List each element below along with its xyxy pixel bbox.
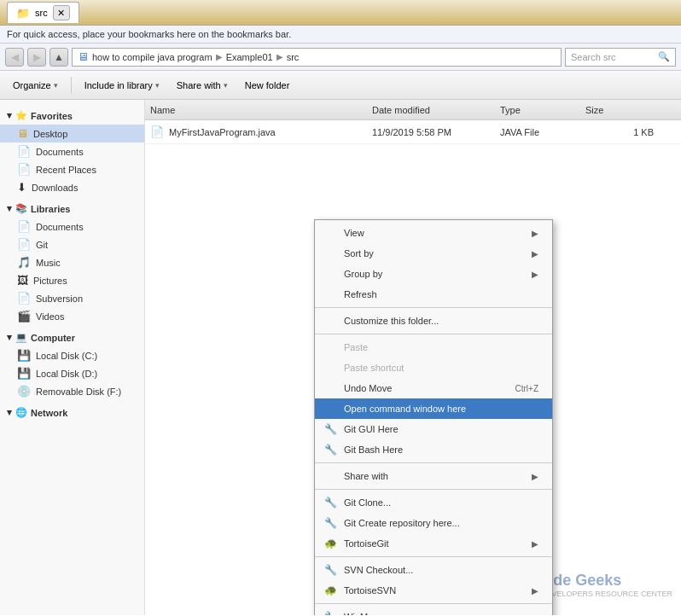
tortoise-svn-arrow: ▶ bbox=[532, 586, 538, 596]
organize-label: Organize bbox=[13, 80, 51, 90]
sidebar-item-git[interactable]: 📄 Git bbox=[0, 235, 144, 253]
ctx-item-svn-checkout[interactable]: 🔧SVN Checkout... bbox=[315, 560, 552, 580]
ctx-item-undo-move[interactable]: Undo Move Ctrl+Z bbox=[315, 378, 552, 398]
documents-icon: 📄 bbox=[17, 145, 31, 158]
file-name: MyFirstJavaProgram.java bbox=[169, 127, 276, 137]
subversion-icon: 📄 bbox=[17, 292, 31, 305]
git-icon: 📄 bbox=[17, 238, 31, 251]
ctx-item-paste: Paste bbox=[315, 337, 552, 357]
col-date-label: Date modified bbox=[372, 105, 430, 115]
ctx-item-open-cmd[interactable]: Open command window here bbox=[315, 398, 552, 419]
paste-icon bbox=[323, 340, 337, 354]
col-type-label: Type bbox=[500, 105, 521, 115]
libraries-icon: 📚 bbox=[15, 203, 27, 214]
tab-title: src bbox=[35, 8, 48, 18]
downloads-icon: ⬇ bbox=[17, 181, 26, 194]
address-path[interactable]: 🖥 how to compile java program ▶ Example0… bbox=[72, 48, 562, 67]
back-button[interactable]: ◀ bbox=[5, 48, 24, 67]
bookmarks-text: For quick access, place your bookmarks h… bbox=[7, 29, 291, 39]
share-with-button[interactable]: Share with ▾ bbox=[169, 74, 236, 96]
sidebar-item-desktop[interactable]: 🖥 Desktop bbox=[0, 125, 144, 142]
sidebar-item-local-disk-c[interactable]: 💾 Local Disk (C:) bbox=[0, 346, 144, 364]
undo-icon bbox=[323, 381, 337, 395]
column-size[interactable]: Size bbox=[585, 105, 654, 115]
network-header[interactable]: ▾ 🌐 Network bbox=[0, 404, 144, 421]
ctx-svn-checkout-label: SVN Checkout... bbox=[344, 565, 413, 575]
sidebar-item-documents[interactable]: 📄 Documents bbox=[0, 142, 144, 160]
documents-label: Documents bbox=[36, 147, 84, 157]
path-segment-1: how to compile java program bbox=[92, 52, 212, 62]
ctx-item-git-clone[interactable]: 🔧Git Clone... bbox=[315, 492, 552, 513]
favorites-label: Favorites bbox=[31, 111, 73, 121]
share-label: Share with bbox=[177, 80, 221, 90]
sidebar-item-downloads[interactable]: ⬇ Downloads bbox=[0, 178, 144, 196]
ctx-paste-label: Paste bbox=[344, 342, 368, 352]
favorites-header[interactable]: ▾ ⭐ Favorites bbox=[0, 107, 144, 125]
path-segment-2: Example01 bbox=[226, 52, 273, 62]
tab-area: 📁 src ✕ bbox=[7, 2, 674, 23]
search-box[interactable]: Search src 🔍 bbox=[565, 48, 676, 67]
lib-docs-label: Documents bbox=[36, 222, 84, 232]
libraries-header[interactable]: ▾ 📚 Libraries bbox=[0, 200, 144, 218]
ctx-item-git-gui[interactable]: 🔧Git GUI Here bbox=[315, 419, 552, 439]
git-bash-icon: 🔧 bbox=[323, 443, 337, 456]
new-folder-button[interactable]: New folder bbox=[237, 74, 298, 96]
sidebar-item-subversion[interactable]: 📄 Subversion bbox=[0, 289, 144, 307]
ctx-undo-label: Undo Move bbox=[344, 383, 392, 393]
table-row[interactable]: 📄 MyFirstJavaProgram.java 11/9/2019 5:58… bbox=[145, 120, 681, 144]
sidebar-item-recent-places[interactable]: 📄 Recent Places bbox=[0, 160, 144, 178]
new-folder-label: New folder bbox=[245, 80, 290, 90]
downloads-label: Downloads bbox=[32, 183, 78, 193]
recent-label: Recent Places bbox=[36, 165, 96, 175]
col-name-label: Name bbox=[150, 105, 175, 115]
file-icon: 📄 bbox=[150, 125, 164, 138]
removable-label: Removable Disk (F:) bbox=[36, 386, 121, 397]
ctx-item-tortoise-git[interactable]: 🐢TortoiseGit ▶ bbox=[315, 533, 552, 554]
column-name[interactable]: Name bbox=[150, 105, 372, 115]
videos-icon: 🎬 bbox=[17, 310, 31, 323]
ctx-item-sort-by[interactable]: Sort by ▶ bbox=[315, 243, 552, 264]
path-arrow-2: ▶ bbox=[276, 52, 283, 61]
up-button[interactable]: ▲ bbox=[49, 48, 68, 67]
ctx-item-winmerge[interactable]: 🔧WinMerge bbox=[315, 607, 552, 615]
view-arrow: ▶ bbox=[532, 229, 538, 238]
organize-button[interactable]: Organize ▾ bbox=[5, 74, 66, 96]
ctx-item-customize[interactable]: Customize this folder... bbox=[315, 311, 552, 331]
ctx-item-refresh[interactable]: Refresh bbox=[315, 284, 552, 305]
file-size: 1 KB bbox=[633, 127, 654, 137]
sidebar-item-music[interactable]: 🎵 Music bbox=[0, 253, 144, 271]
sidebar-item-videos[interactable]: 🎬 Videos bbox=[0, 307, 144, 325]
tortoise-git-arrow: ▶ bbox=[532, 539, 538, 549]
tortoise-git-icon: 🐢 bbox=[323, 537, 337, 550]
content-area: Name Date modified Type Size 📄 MyFirstJa… bbox=[145, 100, 681, 615]
file-date: 11/9/2019 5:58 PM bbox=[372, 127, 451, 137]
ctx-git-clone-label: Git Clone... bbox=[344, 497, 391, 508]
ctx-item-group-by[interactable]: Group by ▶ bbox=[315, 264, 552, 284]
ctx-item-tortoise-svn[interactable]: 🐢TortoiseSVN ▶ bbox=[315, 580, 552, 601]
network-collapse-icon: ▾ bbox=[7, 407, 12, 418]
file-type-cell: JAVA File bbox=[500, 127, 585, 137]
ctx-item-git-bash[interactable]: 🔧Git Bash Here bbox=[315, 439, 552, 460]
close-button[interactable]: ✕ bbox=[53, 5, 70, 20]
ctx-item-git-create[interactable]: 🔧Git Create repository here... bbox=[315, 513, 552, 533]
computer-label: Computer bbox=[31, 333, 75, 343]
sidebar-item-lib-documents[interactable]: 📄 Documents bbox=[0, 218, 144, 235]
sidebar: ▾ ⭐ Favorites 🖥 Desktop 📄 Documents 📄 Re… bbox=[0, 100, 145, 615]
ctx-item-view[interactable]: View ▶ bbox=[315, 223, 552, 243]
sidebar-item-local-disk-d[interactable]: 💾 Local Disk (D:) bbox=[0, 364, 144, 382]
winmerge-icon: 🔧 bbox=[323, 610, 337, 615]
sidebar-item-removable-disk[interactable]: 💿 Removable Disk (F:) bbox=[0, 382, 144, 400]
sidebar-item-pictures[interactable]: 🖼 Pictures bbox=[0, 271, 144, 289]
column-type[interactable]: Type bbox=[500, 105, 585, 115]
column-date[interactable]: Date modified bbox=[372, 105, 500, 115]
title-tab[interactable]: 📁 src ✕ bbox=[7, 2, 79, 23]
ctx-separator-6 bbox=[315, 603, 552, 604]
include-library-button[interactable]: Include in library ▾ bbox=[77, 74, 167, 96]
favorites-icon: ⭐ bbox=[15, 110, 27, 121]
ctx-item-share-with[interactable]: Share with ▶ bbox=[315, 466, 552, 486]
customize-icon bbox=[323, 314, 337, 328]
git-gui-icon: 🔧 bbox=[323, 422, 337, 436]
computer-header[interactable]: ▾ 💻 Computer bbox=[0, 328, 144, 346]
toolbar-separator-1 bbox=[71, 77, 72, 94]
forward-button[interactable]: ▶ bbox=[27, 48, 46, 67]
